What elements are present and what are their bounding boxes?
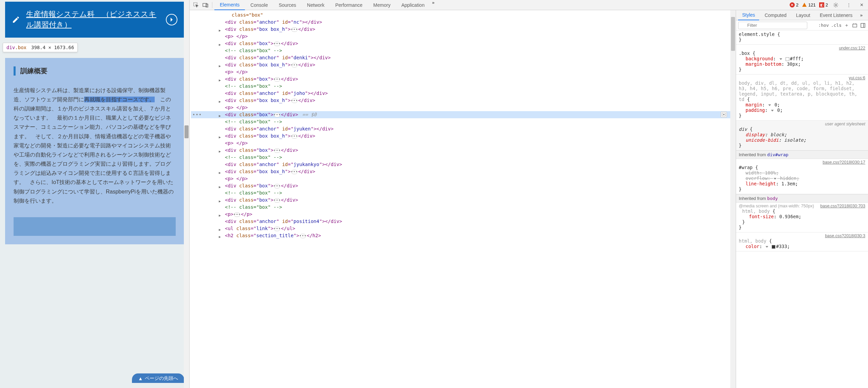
- ellipsis-expand-icon[interactable]: •••: [274, 184, 280, 188]
- source-link[interactable]: base.css?2018I030:3: [825, 233, 865, 238]
- more-tabs-icon[interactable]: »: [430, 0, 437, 10]
- source-link[interactable]: base.css?2018I030:17: [823, 160, 865, 165]
- tab-layout[interactable]: Layout: [792, 10, 814, 20]
- hov-toggle[interactable]: :hov: [818, 23, 829, 28]
- tab-application[interactable]: Application: [396, 0, 430, 10]
- computed-toggle-icon[interactable]: [852, 22, 858, 28]
- ellipsis-expand-icon[interactable]: •••: [274, 227, 280, 231]
- dom-node[interactable]: •••▶<div class="box">•••</div>== $0: [191, 111, 736, 118]
- styles-filter-input[interactable]: [738, 22, 807, 29]
- ellipsis-expand-icon[interactable]: •••: [291, 170, 297, 174]
- dom-node[interactable]: <!-- class="box" -->: [191, 154, 736, 161]
- dom-node[interactable]: <!-- class="box" -->: [191, 189, 736, 197]
- dom-node[interactable]: ▶<ul class="link">•••</ul>: [191, 225, 736, 232]
- ellipsis-expand-icon[interactable]: •••: [234, 212, 240, 217]
- dom-node[interactable]: <p> </p>: [191, 104, 736, 111]
- panel-layout-icon[interactable]: [860, 22, 866, 28]
- dom-node[interactable]: <p> </p>: [191, 68, 736, 76]
- issue-badges: ✕ 2 121 ◧ 2: [790, 2, 828, 7]
- dom-node[interactable]: ▶<div class="box">•••</div>: [191, 182, 736, 189]
- dom-node[interactable]: ▶<div class="box box_h">•••</div>: [191, 97, 736, 104]
- scroll-top-button[interactable]: ▲ ページの先頭へ: [132, 373, 184, 383]
- dom-node[interactable]: ▶<div class="box box_h">•••</div>: [191, 61, 736, 68]
- ellipsis-expand-icon[interactable]: •••: [291, 134, 297, 139]
- tab-memory[interactable]: Memory: [368, 0, 396, 10]
- device-toolbar-icon[interactable]: [201, 1, 210, 9]
- box-body: 生産情報システム科は、製造業における設備保守、制御機器製造、ソフトウェア開発部門…: [14, 86, 176, 205]
- inspect-element-icon[interactable]: [192, 1, 200, 9]
- dom-node[interactable]: ▶<div class="box box_h">•••</div>: [191, 168, 736, 175]
- ellipsis-expand-icon[interactable]: •••: [274, 42, 280, 46]
- dom-node[interactable]: ▶<div class="box">•••</div>: [191, 76, 736, 83]
- dom-node[interactable]: <div class="anchor" id="position4"></div…: [191, 218, 736, 225]
- dom-tree[interactable]: class="box"<div class="anchor" id="nc"><…: [190, 10, 736, 241]
- source-link[interactable]: under.css:122: [839, 46, 865, 50]
- ellipsis-expand-icon[interactable]: •••: [274, 198, 280, 203]
- ellipsis-expand-icon[interactable]: •••: [291, 99, 297, 103]
- more-styles-tabs-icon[interactable]: »: [858, 13, 865, 18]
- dom-node[interactable]: ▶<div class="box box_h">•••</div>: [191, 132, 736, 140]
- source-link[interactable]: base.css?2018I030:703: [820, 204, 865, 208]
- dom-node[interactable]: <div class="anchor" id="nc"></div>: [191, 19, 736, 26]
- settings-gear-icon[interactable]: [831, 1, 840, 9]
- tab-styles[interactable]: Styles: [738, 10, 759, 20]
- rule-wrap[interactable]: base.css?2018I030:17 #wrap { width: 100%…: [736, 159, 868, 194]
- dom-node[interactable]: ▶<p>•••</p>: [191, 211, 736, 218]
- pencil-icon: [12, 16, 20, 24]
- scrollbar-thumb[interactable]: [731, 17, 735, 51]
- cls-toggle[interactable]: .cls: [831, 23, 842, 28]
- issues-badge[interactable]: ◧ 2: [819, 2, 828, 7]
- dom-node[interactable]: <!-- class="box" -->: [191, 83, 736, 90]
- dom-node[interactable]: <!-- class="box" -->: [191, 204, 736, 211]
- close-icon[interactable]: ✕: [857, 1, 866, 9]
- gutter-dots-icon[interactable]: •••: [192, 111, 202, 118]
- tab-console[interactable]: Console: [245, 0, 273, 10]
- warnings-badge[interactable]: 121: [802, 2, 816, 7]
- tab-event-listeners[interactable]: Event Listeners: [816, 10, 857, 20]
- rule-body-media[interactable]: @media screen and (max-width: 750px)base…: [736, 203, 868, 232]
- new-style-rule-icon[interactable]: ＋: [844, 22, 850, 28]
- dom-node[interactable]: <div class="anchor" id="joho"></div>: [191, 90, 736, 97]
- dom-node[interactable]: ▶<div class="box">•••</div>: [191, 40, 736, 47]
- dom-node[interactable]: ▶<div class="box">•••</div>: [191, 197, 736, 204]
- kebab-menu-icon[interactable]: ⋮: [844, 1, 853, 9]
- ellipsis-expand-icon[interactable]: •••: [291, 27, 297, 32]
- elements-scrollbar[interactable]: [730, 10, 736, 388]
- ellipsis-expand-icon[interactable]: •••: [274, 148, 280, 153]
- dom-node[interactable]: <!-- class="box" -->: [191, 118, 736, 125]
- page-scrollbar[interactable]: [184, 0, 189, 388]
- arrow-right-circle-icon[interactable]: [166, 14, 177, 25]
- dom-node[interactable]: <p> </p>: [191, 140, 736, 147]
- styles-body[interactable]: element.style { } under.css:122 .box { b…: [736, 30, 868, 388]
- dom-node[interactable]: <div class="anchor" id="denki"></div>: [191, 54, 736, 61]
- dom-node[interactable]: class="box": [191, 12, 736, 19]
- scrollbar-thumb[interactable]: [185, 125, 189, 138]
- dom-node[interactable]: <div class="anchor" id="jyukankyo"></div…: [191, 161, 736, 168]
- card-link[interactable]: 生産情報システム科 （ビジネススキル講習付き）: [26, 9, 159, 30]
- rule-ua-div[interactable]: user agent stylesheet div { display: blo…: [736, 121, 868, 150]
- rule-body-base[interactable]: base.css?2018I030:3 html, body { color: …: [736, 232, 868, 251]
- expand-toggle-icon[interactable]: ▶: [219, 233, 221, 240]
- dom-node[interactable]: <p> </p>: [191, 175, 736, 182]
- errors-badge[interactable]: ✕ 2: [790, 2, 798, 7]
- source-link[interactable]: yui.css:6: [849, 76, 865, 80]
- dom-node[interactable]: <div class="anchor" id="jyuken"></div>: [191, 125, 736, 132]
- tab-sources[interactable]: Sources: [273, 0, 302, 10]
- dom-node[interactable]: <!-- class="box" -->: [191, 47, 736, 54]
- dom-node[interactable]: <p> </p>: [191, 33, 736, 40]
- ellipsis-expand-icon[interactable]: •••: [274, 113, 280, 117]
- rule-element-style[interactable]: element.style { }: [736, 30, 868, 45]
- rule-reset[interactable]: yui.css:6 body, div, dl, dt, dd, ul, ol,…: [736, 75, 868, 121]
- dom-node[interactable]: ▶<h2 class="section_title">•••</h2>: [191, 232, 736, 239]
- dom-node[interactable]: ▶<div class="box box_h">•••</div>: [191, 26, 736, 33]
- tab-computed[interactable]: Computed: [760, 10, 791, 20]
- tab-network[interactable]: Network: [302, 0, 330, 10]
- ellipsis-expand-icon[interactable]: •••: [300, 234, 306, 238]
- tab-performance[interactable]: Performance: [330, 0, 368, 10]
- ellipsis-expand-icon[interactable]: •••: [274, 77, 280, 82]
- dom-node[interactable]: ▶<div class="box">•••</div>: [191, 147, 736, 154]
- rule-box[interactable]: under.css:122 .box { background: #fff; m…: [736, 45, 868, 75]
- tab-elements[interactable]: Elements: [214, 0, 245, 10]
- scroll-into-view-icon[interactable]: [721, 111, 727, 118]
- ellipsis-expand-icon[interactable]: •••: [291, 63, 297, 67]
